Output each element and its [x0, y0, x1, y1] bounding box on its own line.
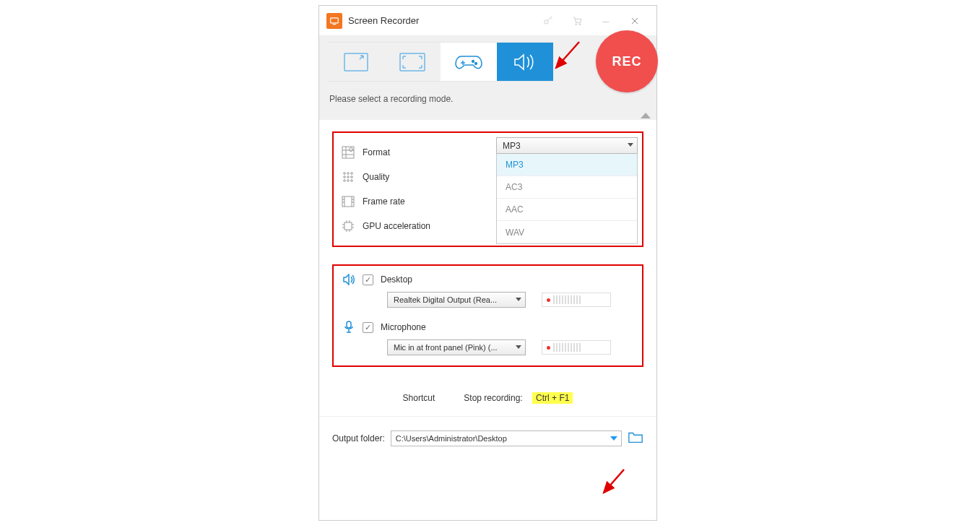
output-row: Output folder: C:\Users\Administrator\De…	[319, 417, 656, 459]
shortcut-label: Shortcut	[403, 393, 435, 403]
svg-rect-44	[347, 321, 351, 328]
microphone-checkbox[interactable]: ✓	[363, 322, 373, 333]
svg-point-20	[347, 173, 350, 175]
svg-point-13	[475, 62, 477, 64]
microphone-device-value: Mic in at front panel (Pink) (...	[394, 343, 498, 352]
format-icon	[341, 145, 355, 160]
microphone-audio-group: ✓ Microphone Mic in at front panel (Pink…	[342, 321, 633, 355]
svg-line-48	[604, 469, 624, 493]
svg-point-27	[351, 180, 353, 182]
title-bar: Screen Recorder	[319, 6, 656, 36]
microphone-level-meter	[542, 340, 611, 355]
format-dropdown-list: MP3 AC3 AAC WAV	[496, 154, 638, 244]
instruction-bar: Please select a recording mode.	[319, 87, 656, 120]
svg-point-21	[351, 173, 353, 175]
output-dropdown-caret-icon[interactable]	[610, 436, 617, 441]
svg-point-22	[344, 176, 346, 178]
quality-label: Quality	[363, 172, 456, 182]
level-dot-icon	[547, 298, 550, 302]
collapse-arrow-icon[interactable]	[641, 113, 651, 118]
app-window: Screen Recorder REC	[318, 5, 657, 521]
mode-tab-game[interactable]	[441, 42, 497, 82]
browse-folder-button[interactable]	[628, 430, 643, 446]
format-dropdown-selected[interactable]: MP3	[496, 137, 638, 154]
svg-point-24	[351, 176, 353, 178]
key-icon[interactable]	[534, 10, 563, 32]
mode-tab-region[interactable]	[328, 42, 384, 82]
svg-point-23	[347, 176, 350, 178]
svg-point-18	[350, 148, 353, 152]
chevron-down-icon	[516, 298, 521, 301]
gpu-label: GPU acceleration	[363, 221, 456, 231]
format-option-aac[interactable]: AAC	[497, 199, 637, 221]
settings-highlight-box: Format Quality Frame rate GPU accelerati…	[332, 131, 643, 247]
output-path-value: C:\Users\Administrator\Desktop	[396, 434, 507, 443]
mode-tab-fullscreen[interactable]	[384, 42, 441, 82]
mode-tab-audio[interactable]	[497, 42, 553, 82]
svg-point-4	[579, 23, 581, 25]
audio-highlight-box: ✓ Desktop Realtek Digital Output (Rea...	[332, 264, 643, 367]
quality-icon	[341, 170, 355, 184]
microphone-icon	[342, 321, 355, 334]
svg-rect-0	[331, 17, 339, 22]
app-logo-icon	[326, 13, 342, 29]
svg-point-3	[576, 23, 577, 25]
shortcut-action: Stop recording:	[464, 393, 522, 403]
svg-point-12	[472, 60, 474, 62]
format-label: Format	[363, 147, 456, 157]
desktop-level-meter	[542, 293, 611, 307]
svg-rect-28	[342, 196, 354, 207]
desktop-label: Desktop	[381, 274, 412, 285]
desktop-device-select[interactable]: Realtek Digital Output (Rea...	[387, 292, 526, 308]
gpu-icon	[341, 219, 355, 233]
format-option-ac3[interactable]: AC3	[497, 176, 637, 199]
microphone-label: Microphone	[381, 322, 426, 332]
format-option-wav[interactable]: WAV	[497, 221, 637, 243]
svg-rect-35	[344, 222, 352, 230]
output-label: Output folder:	[332, 433, 385, 443]
minimize-button[interactable]	[591, 10, 620, 32]
svg-rect-1	[333, 24, 337, 25]
cart-icon[interactable]	[563, 10, 591, 32]
app-title: Screen Recorder	[348, 15, 419, 26]
microphone-device-select[interactable]: Mic in at front panel (Pink) (...	[387, 339, 526, 355]
svg-point-19	[344, 173, 346, 175]
chevron-down-icon	[628, 143, 633, 147]
svg-rect-8	[344, 53, 368, 71]
framerate-label: Frame rate	[363, 196, 456, 207]
desktop-checkbox[interactable]: ✓	[363, 274, 373, 285]
level-dot-icon	[547, 346, 550, 350]
svg-point-25	[344, 180, 346, 182]
format-selected-value: MP3	[503, 141, 521, 151]
shortcut-key: Ctrl + F1	[532, 392, 573, 404]
settings-panel: Format Quality Frame rate GPU accelerati…	[319, 120, 656, 254]
output-path-input[interactable]: C:\Users\Administrator\Desktop	[391, 430, 622, 446]
instruction-text: Please select a recording mode.	[329, 94, 453, 104]
speaker-icon	[342, 273, 355, 286]
desktop-audio-group: ✓ Desktop Realtek Digital Output (Rea...	[342, 273, 633, 308]
shortcut-row: Shortcut Stop recording: Ctrl + F1	[319, 374, 656, 416]
svg-point-26	[347, 180, 350, 182]
record-button[interactable]: REC	[596, 30, 658, 92]
chevron-down-icon	[516, 345, 521, 349]
rec-label: REC	[612, 54, 641, 69]
desktop-device-value: Realtek Digital Output (Rea...	[394, 295, 497, 304]
annotation-arrow-output-icon	[594, 465, 630, 501]
close-button[interactable]	[620, 10, 649, 32]
svg-point-2	[545, 20, 548, 23]
mode-tab-row: REC	[319, 36, 656, 87]
format-dropdown: MP3 MP3 AC3 AAC WAV	[496, 137, 638, 244]
format-option-mp3[interactable]: MP3	[497, 154, 637, 176]
audio-panel: ✓ Desktop Realtek Digital Output (Rea...	[319, 254, 656, 374]
framerate-icon	[341, 194, 355, 209]
